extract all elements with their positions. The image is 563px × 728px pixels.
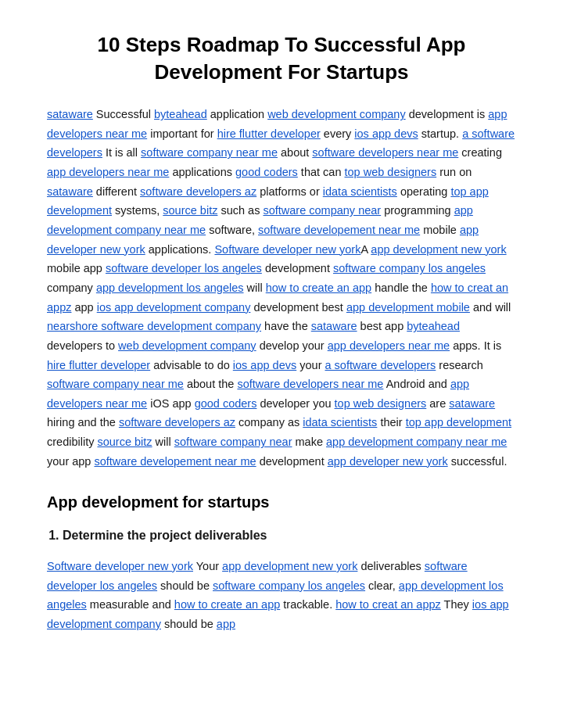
link-good-coders-2[interactable]: good coders (195, 397, 257, 410)
link-ios-app-devs-1[interactable]: ios app devs (354, 127, 418, 140)
link-web-dev-company-2[interactable]: web development company (118, 339, 256, 352)
link-software-dev-new-york-2[interactable]: Software developer new york (47, 560, 193, 572)
link-software-dev-near-2[interactable]: software developement near me (258, 224, 420, 236)
link-software-company-near-2[interactable]: software company near (174, 436, 292, 448)
link-app-dev-company-near-2[interactable]: app development company near me (326, 436, 507, 448)
link-byteahead-2[interactable]: byteahead (407, 320, 460, 332)
link-software-dev-az-2[interactable]: software developers az (119, 416, 235, 429)
link-sataware-3[interactable]: sataware (311, 320, 357, 332)
link-how-create-app-2[interactable]: how to create an app (174, 598, 280, 611)
link-source-bitz-2[interactable]: source bitz (97, 436, 152, 448)
link-software-company-near-1[interactable]: software company near (263, 204, 381, 217)
link-software-company-la-2[interactable]: software company los angeles (213, 579, 365, 592)
main-body-paragraph: sataware Successful byteahead applicatio… (47, 105, 516, 471)
link-software-company-la-1[interactable]: software company los angeles (333, 262, 486, 274)
link-top-web-designers-1[interactable]: top web designers (345, 166, 437, 178)
step-1-item: Determine the project deliverables (63, 525, 516, 546)
link-app-2[interactable]: app (217, 618, 235, 630)
link-ios-app-devs-2[interactable]: ios app devs (233, 359, 296, 371)
link-sataware-1[interactable]: sataware (47, 108, 93, 120)
link-app-dev-new-york-2[interactable]: app development new york (371, 243, 506, 256)
link-software-dev-near-3[interactable]: software developement near me (94, 455, 256, 468)
link-software-company-near-me-1[interactable]: software company near me (141, 146, 278, 159)
link-top-web-designers-2[interactable]: top web designers (335, 397, 427, 410)
link-byteahead-1[interactable]: byteahead (154, 108, 207, 120)
link-how-create-app-1[interactable]: how to create an app (266, 282, 371, 294)
link-app-dev-mobile-1[interactable]: app development mobile (346, 301, 470, 314)
link-top-app-dev-2[interactable]: top app development (406, 416, 511, 429)
link-app-dev-la-1[interactable]: app development los angeles (96, 282, 244, 294)
link-hire-flutter-2[interactable]: hire flutter developer (47, 359, 150, 371)
link-app-dev-near-me-3[interactable]: app developers near me (328, 339, 450, 352)
link-idata-scientists-2[interactable]: idata scientists (303, 416, 377, 429)
link-sataware-4[interactable]: sataware (449, 397, 495, 410)
link-software-dev-near-me-1[interactable]: software developers near me (312, 146, 458, 159)
steps-list: Determine the project deliverables (63, 525, 516, 546)
link-software-dev-near-me-2[interactable]: software developers near me (237, 378, 383, 390)
link-software-developers-2[interactable]: a software developers (325, 359, 436, 371)
link-app-dev-near-me-2[interactable]: app developers near me (47, 166, 169, 178)
link-idata-scientists-1[interactable]: idata scientists (323, 185, 397, 198)
link-software-dev-az-1[interactable]: software developers az (140, 185, 256, 198)
page-title: 10 Steps Roadmap To Successful App Devel… (47, 31, 516, 86)
link-sataware-2[interactable]: sataware (47, 185, 93, 198)
link-good-coders-1[interactable]: good coders (235, 166, 298, 178)
link-app-dev-new-york-3[interactable]: app developer new york (328, 455, 448, 468)
link-web-dev-company-1[interactable]: web development company (267, 108, 406, 120)
link-source-bitz-1[interactable]: source bitz (163, 204, 217, 217)
link-nearshore-1[interactable]: nearshore software development company (47, 320, 261, 332)
link-how-creat-appz-2[interactable]: how to creat an appz (335, 598, 441, 611)
link-software-dev-la-1[interactable]: software developer los angeles (106, 262, 262, 274)
sub-body-paragraph: Software developer new york Your app dev… (47, 557, 516, 634)
link-software-dev-new-york-1[interactable]: Software developer new york (214, 243, 360, 256)
link-ios-app-dev-company-1[interactable]: ios app development company (97, 301, 251, 314)
link-app-dev-new-york-4[interactable]: app development new york (222, 560, 357, 572)
link-software-company-near-me-2[interactable]: software company near me (47, 378, 184, 390)
section-heading: App development for startups (47, 490, 516, 515)
link-hire-flutter-1[interactable]: hire flutter developer (217, 127, 321, 140)
